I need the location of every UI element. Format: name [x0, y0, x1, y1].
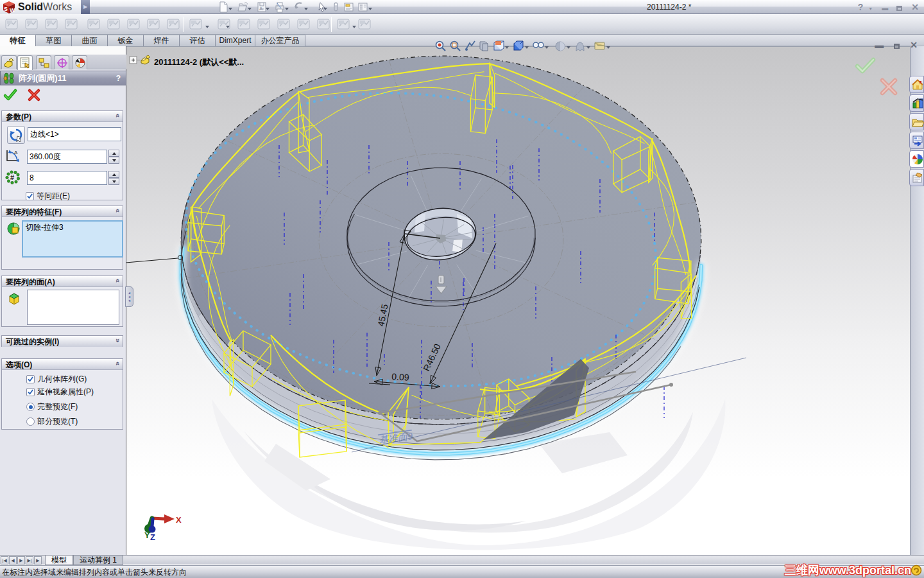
svg-text:A: A — [14, 150, 18, 155]
svg-text:A: A — [259, 6, 263, 12]
svg-text:W: W — [10, 7, 15, 13]
svg-text:0.09: 0.09 — [391, 371, 410, 383]
svg-text:X: X — [176, 515, 182, 525]
svg-text:Y: Y — [144, 530, 150, 540]
svg-text:#: # — [10, 173, 14, 181]
svg-text:Z: Z — [150, 532, 155, 542]
svg-text:S: S — [4, 6, 8, 12]
svg-text:20111124-2 (默认<<默...: 20111124-2 (默认<<默... — [154, 57, 244, 67]
